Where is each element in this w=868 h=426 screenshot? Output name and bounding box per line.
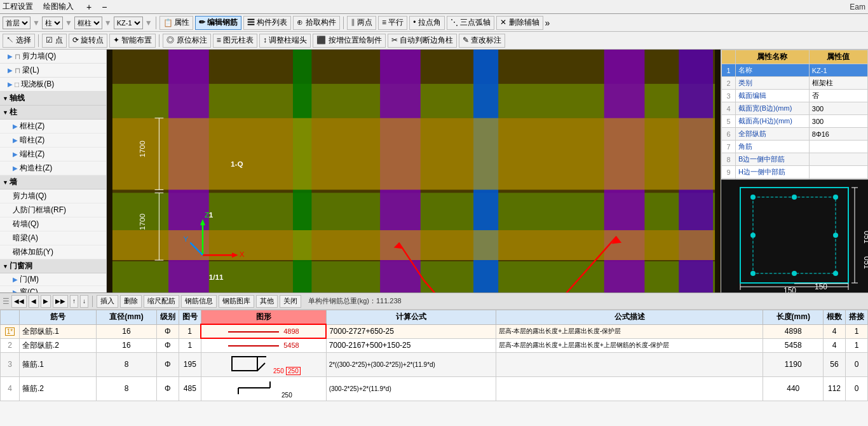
sidebar-item-slab[interactable]: ▶ □ 现浇板(B) bbox=[0, 78, 106, 92]
rebar-row-2[interactable]: 2 全部纵筋.2 16 Φ 1 5458 7000-2167+500+150-2… bbox=[1, 338, 868, 352]
prop-row-2[interactable]: 2类别框架柱 bbox=[722, 77, 868, 90]
work-area: ▶ ⊓ 剪力墙(Q) ▶ ⊓ 梁(L) ▶ □ 现浇板(B) ▼ 轴线 bbox=[0, 50, 868, 292]
rebar-nav-icon: ☰ bbox=[3, 297, 10, 306]
menu-minus-icon[interactable]: − bbox=[102, 2, 107, 12]
sidebar-item-door[interactable]: ▶ 门(M) bbox=[0, 273, 106, 286]
prop-row-5[interactable]: 5截面高(H边)(mm)300 bbox=[722, 115, 868, 128]
close-rebar-button[interactable]: 关闭 bbox=[280, 295, 301, 308]
sidebar-header-axis[interactable]: ▼ 轴线 bbox=[0, 92, 106, 106]
other-button[interactable]: 其他 bbox=[256, 295, 278, 308]
row3-shape-svg bbox=[227, 354, 271, 373]
delete-button[interactable]: 删除 bbox=[120, 295, 142, 308]
pick-component-button[interactable]: ⊕ 拾取构件 bbox=[293, 16, 339, 30]
row3-length: 1190 bbox=[763, 352, 824, 376]
sidebar-item-shear-wall[interactable]: ▶ ⊓ 剪力墙(Q) bbox=[0, 50, 106, 64]
sidebar-item-masonry-rebar[interactable]: 砌体加筋(Y) bbox=[0, 245, 106, 259]
svg-text:1: 1 bbox=[209, 210, 214, 219]
row1-length: 4898 bbox=[763, 324, 824, 338]
auto-judge-corner-button[interactable]: ✂ 自动判断边角柱 bbox=[388, 34, 457, 48]
rebar-row-4[interactable]: 4 箍筋.2 8 Φ 485 250 bbox=[1, 376, 868, 401]
nav-next-button[interactable]: ▶ bbox=[41, 295, 51, 308]
prop-row-9[interactable]: 9H边一侧中部筋 bbox=[722, 166, 868, 179]
nav-first-button[interactable]: ◀◀ bbox=[11, 295, 27, 308]
parallel-button[interactable]: ≡ 平行 bbox=[378, 16, 407, 30]
properties-button[interactable]: 📋 属性 bbox=[159, 16, 193, 30]
total-weight: 单构件钢筋总重(kg)：111.238 bbox=[308, 296, 402, 306]
rebar-row-3[interactable]: 3 箍筋.1 8 Φ 195 250 bbox=[1, 352, 868, 376]
row1-shape-line bbox=[228, 331, 279, 333]
prop-num-2: 2 bbox=[722, 77, 736, 90]
rebar-area: ☰ ◀◀ ◀ ▶ ▶▶ ↑ ↓ 插入 删除 缩尺配筋 钢筋信息 钢筋图库 其他 … bbox=[0, 292, 868, 426]
sidebar-header-door-window[interactable]: ▼ 门窗洞 bbox=[0, 259, 106, 273]
row1-formula: 7000-2727+650-25 bbox=[326, 324, 496, 338]
insert-button[interactable]: 插入 bbox=[97, 295, 118, 308]
scale-rebar-button[interactable]: 缩尺配筋 bbox=[144, 295, 179, 308]
point-button[interactable]: ☑ 点 bbox=[42, 34, 66, 48]
prop-row-6[interactable]: 6全部纵筋8Φ16 bbox=[722, 128, 868, 141]
axis-expand-icon: ▼ bbox=[3, 95, 8, 102]
property-table-container: 属性名称 属性值 1名称KZ-12类别框架柱3截面编辑否4截面宽(B边)(mm)… bbox=[721, 50, 868, 179]
sidebar-item-hidden-beam[interactable]: 暗梁(A) bbox=[0, 231, 106, 245]
menu-drawing-input[interactable]: 绘图输入 bbox=[43, 1, 74, 12]
row1-fignum: 1 bbox=[179, 324, 201, 338]
row3-name: 箍筋.1 bbox=[20, 352, 97, 376]
delete-aux-axis-button[interactable]: ✕ 删除辅轴 bbox=[496, 16, 543, 30]
select-button[interactable]: ↖ 选择 bbox=[3, 34, 35, 48]
section-drawing: 150 150 051 051 bbox=[721, 179, 868, 292]
row4-name: 箍筋.2 bbox=[20, 376, 97, 401]
draw-by-position-button[interactable]: ⬛ 按增位置绘制件 bbox=[313, 34, 385, 48]
original-annotation-button[interactable]: ◎ 原位标注 bbox=[163, 34, 210, 48]
row2-shape-line bbox=[228, 345, 279, 347]
rebar-row-1[interactable]: 1* 全部纵筋.1 16 Φ 1 4898 7000-2727+650-25 层… bbox=[1, 324, 868, 338]
sidebar-header-wall[interactable]: ▼ 墙 bbox=[0, 175, 106, 189]
element-type-select[interactable]: 柱 bbox=[42, 17, 63, 29]
prop-row-1[interactable]: 1名称KZ-1 bbox=[722, 64, 868, 77]
col-type-select[interactable]: 框柱 bbox=[74, 17, 102, 29]
sidebar-item-construct-col[interactable]: ▶ 构造柱(Z) bbox=[0, 161, 106, 175]
nav-down-button[interactable]: ↓ bbox=[80, 295, 88, 308]
adjust-col-end-button[interactable]: ↕ 调整柱端头 bbox=[259, 34, 311, 48]
prop-num-6: 6 bbox=[722, 128, 736, 141]
rebar-table-container[interactable]: 筋号 直径(mm) 级别 图号 图形 计算公式 公式描述 长度(mm) 根数 搭… bbox=[0, 310, 868, 426]
prop-row-7[interactable]: 7角筋 bbox=[722, 141, 868, 153]
col-id-select[interactable]: KZ-1 bbox=[114, 17, 143, 29]
sidebar-item-end-col[interactable]: ▶ 端柱(Z) bbox=[0, 148, 106, 161]
sidebar-header-col[interactable]: ▼ 柱 bbox=[0, 106, 106, 120]
smart-layout-button[interactable]: ✦ 智能布置 bbox=[109, 34, 156, 48]
row3-grade: Φ bbox=[156, 352, 179, 376]
sidebar-item-hidden-col[interactable]: ▶ 暗柱(Z) bbox=[0, 134, 106, 148]
view-change-annotation-button[interactable]: ✎ 查改标注 bbox=[459, 34, 505, 48]
sidebar-item-frame-col[interactable]: ▶ 框柱(Z) bbox=[0, 120, 106, 134]
more-icon[interactable]: » bbox=[545, 18, 550, 28]
row2-count: 4 bbox=[824, 338, 846, 352]
sidebar-item-civil-defense-wall[interactable]: 人防门框墙(RF) bbox=[0, 203, 106, 217]
prop-value-3: 否 bbox=[809, 90, 867, 102]
rebar-lib-button[interactable]: 钢筋图库 bbox=[219, 295, 254, 308]
nav-up-button[interactable]: ↑ bbox=[70, 295, 78, 308]
menu-engineering-settings[interactable]: 工程设置 bbox=[3, 1, 33, 12]
prop-row-8[interactable]: 8B边一侧中部筋 bbox=[722, 153, 868, 166]
svg-text:1/11: 1/11 bbox=[209, 273, 224, 281]
floor-select[interactable]: 首层 bbox=[3, 17, 31, 29]
row4-fignum: 485 bbox=[179, 376, 201, 401]
element-table-button[interactable]: ≡ 图元柱表 bbox=[213, 34, 257, 48]
nav-last-button[interactable]: ▶▶ bbox=[53, 295, 68, 308]
prop-row-3[interactable]: 3截面编辑否 bbox=[722, 90, 868, 102]
component-list-button[interactable]: ☰ 构件列表 bbox=[243, 16, 291, 30]
pull-point-button[interactable]: • 拉点角 bbox=[409, 16, 445, 30]
sidebar-item-brick-wall[interactable]: 砖墙(Q) bbox=[0, 217, 106, 231]
nav-prev-button[interactable]: ◀ bbox=[29, 295, 39, 308]
canvas-area[interactable]: Z X Y 1700 1700 1-Q 1 1/11 1 bbox=[107, 50, 721, 292]
edit-rebar-button[interactable]: ✏ 编辑钢筋 bbox=[195, 16, 241, 30]
row2-splice: 1 bbox=[846, 338, 868, 352]
sidebar-item-shear-wall2[interactable]: 剪力墙(Q) bbox=[0, 189, 106, 203]
sidebar-item-beam[interactable]: ▶ ⊓ 梁(L) bbox=[0, 64, 106, 78]
sidebar-item-window[interactable]: ▶ 窗(C) bbox=[0, 286, 106, 292]
row2-desc: 层高-本层的露出长度+上层露出长度+上层钢筋的长度-保护层 bbox=[496, 338, 763, 352]
rebar-info-button[interactable]: 钢筋信息 bbox=[181, 295, 217, 308]
three-point-arc-button[interactable]: ⋱ 三点弧轴 bbox=[447, 16, 494, 30]
two-point-button[interactable]: ∥ 两点 bbox=[347, 16, 376, 30]
rotate-point-button[interactable]: ⟳ 旋转点 bbox=[69, 34, 107, 48]
prop-row-4[interactable]: 4截面宽(B边)(mm)300 bbox=[722, 102, 868, 115]
menu-add-icon[interactable]: + bbox=[86, 2, 92, 12]
